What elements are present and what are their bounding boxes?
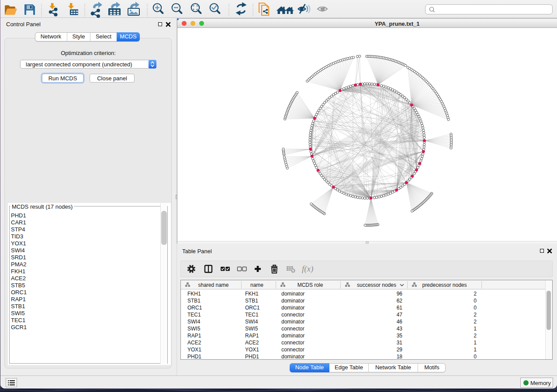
svg-text:f(x): f(x) (302, 264, 313, 274)
